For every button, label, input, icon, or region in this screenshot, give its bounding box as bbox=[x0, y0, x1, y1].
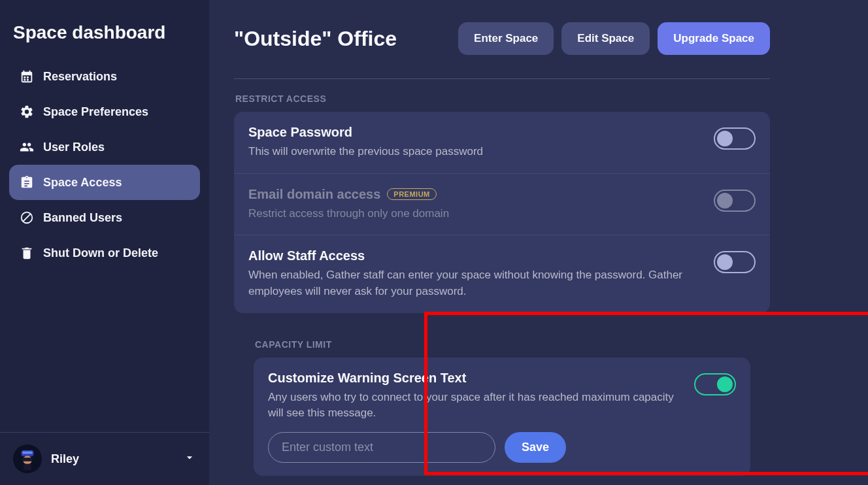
space-password-toggle[interactable] bbox=[714, 127, 756, 150]
sidebar-item-user-roles[interactable]: User Roles bbox=[9, 129, 200, 165]
chevron-down-icon bbox=[183, 451, 196, 467]
sidebar-item-label: Banned Users bbox=[43, 211, 122, 225]
staff-access-toggle[interactable] bbox=[714, 251, 756, 273]
row-title: Customize Warning Screen Text bbox=[268, 371, 684, 386]
sidebar-title: Space dashboard bbox=[0, 0, 209, 59]
capacity-card: Customize Warning Screen Text Any users … bbox=[254, 358, 750, 476]
sidebar-item-space-access[interactable]: Space Access bbox=[9, 165, 200, 200]
avatar bbox=[13, 444, 42, 473]
svg-rect-2 bbox=[22, 452, 32, 454]
sidebar-item-label: Shut Down or Delete bbox=[43, 246, 158, 260]
sidebar-item-banned-users[interactable]: Banned Users bbox=[9, 200, 200, 235]
sidebar-item-reservations[interactable]: Reservations bbox=[9, 59, 200, 94]
save-button[interactable]: Save bbox=[505, 432, 566, 463]
capacity-toggle[interactable] bbox=[694, 373, 736, 395]
email-domain-row: Email domain access PREMIUM Restrict acc… bbox=[234, 174, 770, 236]
sidebar-nav: Reservations Space Preferences User Role… bbox=[0, 59, 209, 271]
premium-badge: PREMIUM bbox=[387, 188, 436, 200]
users-icon bbox=[20, 140, 34, 154]
restrict-card: Space Password This will overwrite the p… bbox=[234, 112, 770, 313]
capacity-row: Customize Warning Screen Text Any users … bbox=[254, 358, 750, 476]
sidebar-item-shutdown[interactable]: Shut Down or Delete bbox=[9, 235, 200, 271]
staff-access-row: Allow Staff Access When enabled, Gather … bbox=[234, 235, 770, 312]
svg-rect-4 bbox=[22, 458, 32, 461]
calendar-icon bbox=[20, 69, 34, 84]
row-title: Space Password bbox=[248, 125, 703, 140]
row-desc: When enabled, Gather staff can enter you… bbox=[248, 267, 693, 299]
trash-icon bbox=[20, 246, 34, 260]
capacity-section: CAPACITY LIMIT Customize Warning Screen … bbox=[234, 325, 770, 485]
row-desc: Any users who try to connect to your spa… bbox=[268, 390, 684, 422]
svg-rect-5 bbox=[24, 464, 31, 471]
page-title: "Outside" Office bbox=[234, 27, 450, 51]
sidebar-footer[interactable]: Riley bbox=[0, 432, 209, 485]
email-title-text: Email domain access bbox=[248, 187, 380, 202]
space-password-row: Space Password This will overwrite the p… bbox=[234, 112, 770, 174]
sidebar-item-label: Space Preferences bbox=[43, 105, 148, 119]
restrict-label: RESTRICT ACCESS bbox=[235, 93, 769, 104]
row-title: Allow Staff Access bbox=[248, 248, 703, 263]
upgrade-space-button[interactable]: Upgrade Space bbox=[658, 22, 770, 55]
enter-space-button[interactable]: Enter Space bbox=[458, 22, 554, 55]
header: "Outside" Office Enter Space Edit Space … bbox=[234, 22, 770, 79]
gear-icon bbox=[20, 105, 34, 119]
main: "Outside" Office Enter Space Edit Space … bbox=[209, 0, 868, 485]
sidebar: Space dashboard Reservations Space Prefe… bbox=[0, 0, 209, 485]
ban-icon bbox=[20, 210, 34, 225]
username: Riley bbox=[51, 452, 174, 466]
clipboard-icon bbox=[20, 175, 34, 190]
capacity-label: CAPACITY LIMIT bbox=[255, 339, 749, 350]
custom-text-input[interactable] bbox=[268, 432, 495, 463]
edit-space-button[interactable]: Edit Space bbox=[561, 22, 650, 55]
sidebar-item-preferences[interactable]: Space Preferences bbox=[9, 94, 200, 129]
sidebar-item-label: Space Access bbox=[43, 176, 122, 190]
sidebar-item-label: Reservations bbox=[43, 70, 117, 84]
row-title: Email domain access PREMIUM bbox=[248, 187, 703, 202]
row-desc: Restrict access through only one domain bbox=[248, 206, 693, 222]
sidebar-item-label: User Roles bbox=[43, 141, 105, 154]
row-desc: This will overwrite the previous space p… bbox=[248, 144, 693, 160]
email-domain-toggle[interactable] bbox=[714, 190, 756, 212]
